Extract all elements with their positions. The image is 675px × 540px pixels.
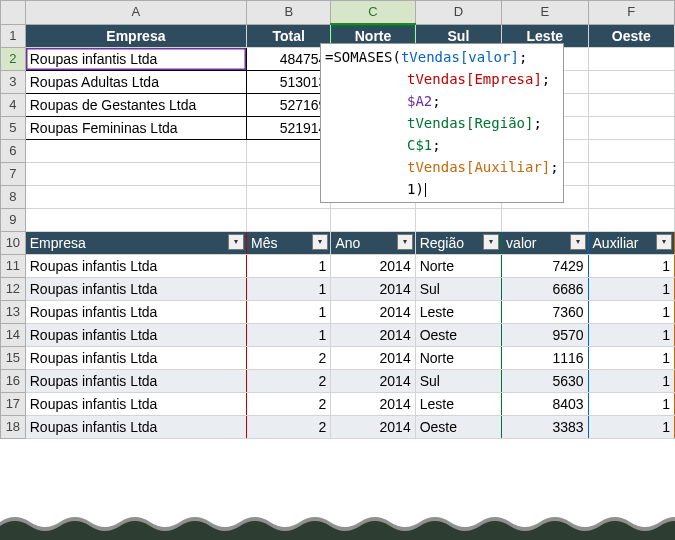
table-row[interactable]: 1 — [247, 324, 331, 347]
row-header-11[interactable]: 11 — [1, 255, 26, 278]
row-header-13[interactable]: 13 — [1, 301, 26, 324]
table-row[interactable]: 1 — [247, 301, 331, 324]
table-row[interactable]: 1 — [588, 370, 674, 393]
table-row[interactable]: 1 — [247, 255, 331, 278]
row-header-16[interactable]: 16 — [1, 370, 26, 393]
table-row[interactable]: 1 — [247, 278, 331, 301]
row-header-8[interactable]: 8 — [1, 186, 26, 209]
table-row[interactable]: 2014 — [331, 370, 415, 393]
row-header-1[interactable]: 1 — [1, 24, 26, 48]
filter-dropdown-icon[interactable]: ▾ — [228, 234, 244, 250]
cell-F1[interactable]: Oeste — [588, 24, 674, 48]
row-header-15[interactable]: 15 — [1, 347, 26, 370]
row-header-2[interactable]: 2 — [1, 48, 26, 71]
table-row[interactable]: 2014 — [331, 255, 415, 278]
tbl-hdr-mes[interactable]: Mês▾ — [247, 232, 331, 255]
row-header-10[interactable]: 10 — [1, 232, 26, 255]
cell-B2[interactable]: 484754 — [247, 48, 331, 71]
table-row[interactable]: 2014 — [331, 393, 415, 416]
cell-B5[interactable]: 521914 — [247, 117, 331, 140]
cell-B4[interactable]: 527169 — [247, 94, 331, 117]
cell-B1[interactable]: Total — [247, 24, 331, 48]
table-row[interactable]: Roupas infantis Ltda — [25, 324, 246, 347]
tbl-hdr-ano[interactable]: Ano▾ — [331, 232, 415, 255]
table-row[interactable]: 5630 — [502, 370, 588, 393]
table-row[interactable]: Roupas infantis Ltda — [25, 301, 246, 324]
table-row[interactable]: Sul — [415, 278, 501, 301]
table-row[interactable]: Roupas infantis Ltda — [25, 347, 246, 370]
table-row[interactable]: 2014 — [331, 324, 415, 347]
filter-dropdown-icon[interactable]: ▾ — [570, 234, 586, 250]
cell-F2[interactable] — [588, 48, 674, 71]
cell-A5[interactable]: Roupas Femininas Ltda — [25, 117, 246, 140]
cell-F4[interactable] — [588, 94, 674, 117]
table-row[interactable]: Roupas infantis Ltda — [25, 393, 246, 416]
table-row[interactable]: 2 — [247, 370, 331, 393]
table-row[interactable]: Oeste — [415, 324, 501, 347]
table-row[interactable]: Oeste — [415, 416, 501, 439]
cell-F3[interactable] — [588, 71, 674, 94]
filter-dropdown-icon[interactable]: ▾ — [483, 234, 499, 250]
table-row[interactable]: Leste — [415, 393, 501, 416]
table-row[interactable]: 1116 — [502, 347, 588, 370]
table-row[interactable]: 8403 — [502, 393, 588, 416]
row-header-14[interactable]: 14 — [1, 324, 26, 347]
tbl-hdr-auxiliar[interactable]: Auxiliar▾ — [588, 232, 674, 255]
table-row[interactable]: Norte — [415, 347, 501, 370]
row-header-7[interactable]: 7 — [1, 163, 26, 186]
row-header-4[interactable]: 4 — [1, 94, 26, 117]
row-header-12[interactable]: 12 — [1, 278, 26, 301]
col-header-F[interactable]: F — [588, 1, 674, 25]
table-row[interactable]: 1 — [588, 255, 674, 278]
filter-dropdown-icon[interactable]: ▾ — [656, 234, 672, 250]
row-header-18[interactable]: 18 — [1, 416, 26, 439]
col-header-E[interactable]: E — [502, 1, 588, 25]
filter-dropdown-icon[interactable]: ▾ — [312, 234, 328, 250]
cell-A4[interactable]: Roupas de Gestantes Ltda — [25, 94, 246, 117]
table-row[interactable]: 1 — [588, 278, 674, 301]
table-row[interactable]: 3383 — [502, 416, 588, 439]
table-row[interactable]: 9570 — [502, 324, 588, 347]
table-row[interactable]: Sul — [415, 370, 501, 393]
table-row[interactable]: 1 — [588, 301, 674, 324]
table-row[interactable]: 1 — [588, 324, 674, 347]
row-header-5[interactable]: 5 — [1, 117, 26, 140]
table-row[interactable]: 2014 — [331, 416, 415, 439]
table-row[interactable]: 2 — [247, 416, 331, 439]
row-header-17[interactable]: 17 — [1, 393, 26, 416]
col-header-A[interactable]: A — [25, 1, 246, 25]
table-row[interactable]: 2014 — [331, 347, 415, 370]
cell-F5[interactable] — [588, 117, 674, 140]
cell-A1[interactable]: Empresa — [25, 24, 246, 48]
table-row[interactable]: Roupas infantis Ltda — [25, 416, 246, 439]
cell-A3[interactable]: Roupas Adultas Ltda — [25, 71, 246, 94]
table-row[interactable]: 1 — [588, 416, 674, 439]
table-row[interactable]: Roupas infantis Ltda — [25, 255, 246, 278]
tbl-hdr-valor[interactable]: valor▾ — [502, 232, 588, 255]
row-header-6[interactable]: 6 — [1, 140, 26, 163]
corner-cell[interactable] — [1, 1, 26, 25]
table-row[interactable]: Roupas infantis Ltda — [25, 370, 246, 393]
table-row[interactable]: Leste — [415, 301, 501, 324]
table-row[interactable]: 2 — [247, 393, 331, 416]
tbl-hdr-regiao[interactable]: Região▾ — [415, 232, 501, 255]
cell-B3[interactable]: 513013 — [247, 71, 331, 94]
table-row[interactable]: 7360 — [502, 301, 588, 324]
col-header-B[interactable]: B — [247, 1, 331, 25]
filter-dropdown-icon[interactable]: ▾ — [397, 234, 413, 250]
tbl-hdr-empresa[interactable]: Empresa▾ — [25, 232, 246, 255]
table-row[interactable]: 1 — [588, 393, 674, 416]
cell-A2[interactable]: Roupas infantis Ltda — [25, 48, 246, 71]
row-header-9[interactable]: 9 — [1, 209, 26, 232]
table-row[interactable]: 2 — [247, 347, 331, 370]
table-row[interactable]: 2014 — [331, 278, 415, 301]
formula-edit-overlay[interactable]: =SOMASES(tVendas[valor]; tVendas[Empresa… — [320, 43, 564, 203]
table-row[interactable]: Norte — [415, 255, 501, 278]
table-row[interactable]: 6686 — [502, 278, 588, 301]
table-row[interactable]: 7429 — [502, 255, 588, 278]
table-row[interactable]: Roupas infantis Ltda — [25, 278, 246, 301]
col-header-D[interactable]: D — [415, 1, 501, 25]
col-header-C[interactable]: C — [331, 1, 415, 25]
row-header-3[interactable]: 3 — [1, 71, 26, 94]
table-row[interactable]: 2014 — [331, 301, 415, 324]
